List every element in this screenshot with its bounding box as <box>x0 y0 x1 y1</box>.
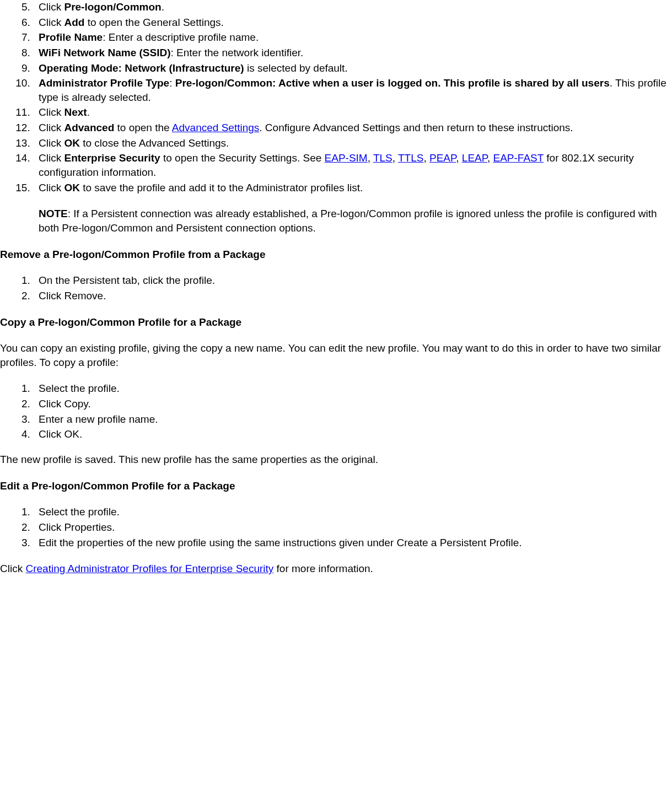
link-eap-sim[interactable]: EAP-SIM <box>325 152 368 164</box>
note-block: NOTE: If a Persistent connection was alr… <box>39 207 672 235</box>
copy-description: You can copy an existing profile, giving… <box>0 341 672 369</box>
list-item: Select the profile. <box>33 505 672 519</box>
link-leap[interactable]: LEAP <box>462 152 487 164</box>
heading-copy-profile: Copy a Pre-logon/Common Profile for a Pa… <box>0 315 672 330</box>
list-item: Click Copy. <box>33 397 672 411</box>
list-item: Select the profile. <box>33 381 672 396</box>
heading-remove-profile: Remove a Pre-logon/Common Profile from a… <box>0 247 672 262</box>
list-item: Click Enterprise Security to open the Se… <box>33 151 672 179</box>
list-item: Click Add to open the General Settings. <box>33 15 672 30</box>
copy-list: Select the profile. Click Copy. Enter a … <box>0 381 672 441</box>
instruction-list-main: Click Pre-logon/Common. Click Add to ope… <box>0 0 672 235</box>
list-item: Profile Name: Enter a descriptive profil… <box>33 30 672 45</box>
list-item: Click Properties. <box>33 520 672 535</box>
remove-list: On the Persistent tab, click the profile… <box>0 273 672 303</box>
link-tls[interactable]: TLS <box>373 152 393 164</box>
list-item: Click Next. <box>33 105 672 120</box>
list-item: Administrator Profile Type: Pre-logon/Co… <box>33 76 672 104</box>
list-item: Edit the properties of the new profile u… <box>33 536 672 550</box>
link-advanced-settings[interactable]: Advanced Settings <box>172 122 259 133</box>
list-item: Click OK to save the profile and add it … <box>33 181 672 235</box>
list-item: Click Advanced to open the Advanced Sett… <box>33 121 672 135</box>
link-ttls[interactable]: TTLS <box>398 152 423 164</box>
list-item: WiFi Network Name (SSID): Enter the netw… <box>33 46 672 60</box>
list-item: Click Remove. <box>33 289 672 303</box>
list-item: Operating Mode: Network (Infrastructure)… <box>33 61 672 76</box>
link-peap[interactable]: PEAP <box>429 152 456 164</box>
list-item: Click OK to close the Advanced Settings. <box>33 136 672 150</box>
list-item: Enter a new profile name. <box>33 412 672 427</box>
link-creating-admin-profiles[interactable]: Creating Administrator Profiles for Ente… <box>25 563 273 574</box>
final-paragraph: Click Creating Administrator Profiles fo… <box>0 562 672 576</box>
list-item: On the Persistent tab, click the profile… <box>33 273 672 288</box>
copy-result: The new profile is saved. This new profi… <box>0 453 672 467</box>
edit-list: Select the profile. Click Properties. Ed… <box>0 505 672 550</box>
list-item: Click Pre-logon/Common. <box>33 0 672 14</box>
link-eap-fast[interactable]: EAP-FAST <box>493 152 544 164</box>
list-item: Click OK. <box>33 427 672 441</box>
heading-edit-profile: Edit a Pre-logon/Common Profile for a Pa… <box>0 479 672 493</box>
